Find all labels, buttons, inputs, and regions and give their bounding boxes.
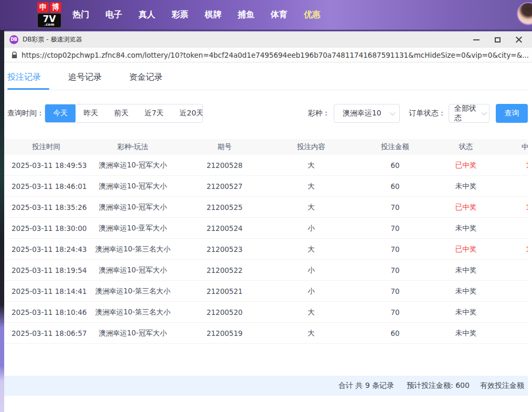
cell-time: 2025-03-11 18:49:53 <box>4 161 88 170</box>
cell-status: 未中奖 <box>440 329 492 338</box>
cell-issue: 21200524 <box>177 224 272 233</box>
time-option-1[interactable]: 今天 <box>45 104 76 123</box>
cell-time: 2025-03-11 18:06:57 <box>4 329 88 337</box>
table-row[interactable]: 2025-03-11 18:46:01澳洲幸运10-冠军大小21200527大6… <box>4 176 528 197</box>
search-button[interactable]: 查询 <box>496 104 528 123</box>
bet-records-table: 投注时间彩种-玩法期号投注内容投注金额状态中奖金额 2025-03-11 18:… <box>4 139 528 344</box>
status-filter-label: 订单状态 : <box>409 109 443 118</box>
cell-content: 大 <box>272 182 350 191</box>
app-icon: DB <box>9 35 18 44</box>
cell-time: 2025-03-11 18:46:01 <box>4 182 88 191</box>
top-nav: 热门电子真人彩票棋牌捕鱼体育优惠 <box>72 9 321 20</box>
cell-content: 小 <box>272 287 350 296</box>
table-row[interactable]: 2025-03-11 18:30:00澳洲幸运10-亚军大小21200524小7… <box>4 218 528 239</box>
time-option-3[interactable]: 前天 <box>106 104 136 123</box>
cell-game: 澳洲幸运10-冠军大小 <box>88 161 177 170</box>
column-header-3: 期号 <box>177 142 272 152</box>
table-body: 2025-03-11 18:49:53澳洲幸运10-冠军大小21200528大6… <box>4 155 528 344</box>
nav-item-2[interactable]: 电子 <box>105 9 122 20</box>
window-titlebar[interactable]: DB DB彩票 - 极速浏览器 <box>4 31 532 48</box>
cell-time: 2025-03-11 18:35:26 <box>4 203 88 212</box>
user-avatar[interactable] <box>517 2 532 25</box>
cell-content: 小 <box>272 224 350 233</box>
time-option-4[interactable]: 近7天 <box>136 104 172 123</box>
time-option-2[interactable]: 昨天 <box>76 104 106 123</box>
cell-time: 2025-03-11 18:10:46 <box>4 308 88 316</box>
logo-7v-text: 7V <box>38 15 61 24</box>
close-button[interactable] <box>508 31 529 48</box>
nav-item-3[interactable]: 真人 <box>139 9 155 20</box>
cell-amount: 70 <box>350 245 440 253</box>
cell-content: 大 <box>272 308 350 317</box>
chevron-down-icon <box>481 110 487 115</box>
filter-bar: 查询时间 : 今天昨天前天近7天近20天(低频) 彩种 : 澳洲幸运10 订单状… <box>4 104 528 123</box>
cell-issue: 21200523 <box>177 245 272 253</box>
cell-amount: 60 <box>350 161 440 170</box>
tab-3[interactable]: 资金记录 <box>129 65 187 90</box>
cell-amount: 70 <box>350 203 440 212</box>
url-text[interactable]: https://ctop02pchwp1.zfnc84.com/lottery/… <box>22 51 529 59</box>
maximize-button[interactable] <box>487 31 508 48</box>
close-icon <box>515 36 522 43</box>
summary-row: 合计 共 9 条记录 预计投注金额: 600 有效投注金额 <box>4 376 528 396</box>
column-header-6: 状态 <box>440 142 492 152</box>
cell-game: 澳洲幸运10-冠军大小 <box>88 329 177 338</box>
cell-content: 大 <box>272 329 350 338</box>
table-row[interactable]: 2025-03-11 18:35:26澳洲幸运10-冠军大小21200525大7… <box>4 197 528 218</box>
cell-issue: 21200528 <box>177 161 272 170</box>
site-logo[interactable]: 申 博 7V .com <box>36 2 63 28</box>
minimize-icon <box>473 39 480 40</box>
record-tabs: 投注记录追号记录资金记录 <box>4 65 528 90</box>
cell-time: 2025-03-11 18:24:43 <box>4 245 88 253</box>
cell-time: 2025-03-11 18:19:54 <box>4 266 88 274</box>
column-header-1: 投注时间 <box>4 142 88 152</box>
cell-content: 大 <box>272 203 350 212</box>
time-option-5[interactable]: 近20天(低频) <box>172 104 203 123</box>
address-bar[interactable]: https://ctop02pchwp1.zfnc84.com/lottery/… <box>4 48 532 62</box>
order-status-select[interactable]: 全部状态 <box>449 104 490 123</box>
cell-win: 1 <box>492 203 528 212</box>
cell-status: 未中奖 <box>440 182 492 191</box>
cell-time: 2025-03-11 18:14:41 <box>4 287 88 295</box>
cell-status: 已中奖 <box>440 245 492 254</box>
cell-status: 未中奖 <box>440 308 492 317</box>
lottery-select[interactable]: 澳洲幸运10 <box>334 104 400 123</box>
page-content: 投注记录追号记录资金记录 查询时间 : 今天昨天前天近7天近20天(低频) 彩种… <box>4 62 532 412</box>
cell-issue: 21200521 <box>177 287 272 295</box>
status-select-value: 全部状态 <box>454 104 482 123</box>
tab-2[interactable]: 追号记录 <box>68 65 126 90</box>
cell-amount: 70 <box>350 287 440 295</box>
table-row[interactable]: 2025-03-11 18:06:57澳洲幸运10-冠军大小21200519大6… <box>4 323 528 344</box>
cell-content: 大 <box>272 161 350 170</box>
nav-item-1[interactable]: 热门 <box>72 9 89 20</box>
cell-time: 2025-03-11 18:30:00 <box>4 224 88 233</box>
nav-item-8[interactable]: 优惠 <box>304 9 321 20</box>
column-header-5: 投注金额 <box>350 142 440 152</box>
time-filter-label: 查询时间 : <box>7 109 41 118</box>
cell-win: 1 <box>492 161 528 170</box>
table-row[interactable]: 2025-03-11 18:49:53澳洲幸运10-冠军大小21200528大6… <box>4 155 528 176</box>
lock-icon <box>12 51 17 59</box>
column-header-4: 投注内容 <box>272 142 350 152</box>
table-row[interactable]: 2025-03-11 18:14:41澳洲幸运10-第三名大小21200521小… <box>4 281 528 302</box>
cell-content: 大 <box>272 245 350 254</box>
lottery-filter-label: 彩种 : <box>308 109 327 118</box>
nav-item-4[interactable]: 彩票 <box>172 9 188 20</box>
table-header-row: 投注时间彩种-玩法期号投注内容投注金额状态中奖金额 <box>4 139 528 155</box>
cell-amount: 70 <box>350 224 440 233</box>
cell-game: 澳洲幸运10-冠军大小 <box>88 182 177 191</box>
table-row[interactable]: 2025-03-11 18:19:54澳洲幸运10-冠军大小21200522小7… <box>4 260 528 281</box>
minimize-button[interactable] <box>466 31 487 48</box>
cell-status: 未中奖 <box>440 287 492 296</box>
site-topbar: 申 博 7V .com 热门电子真人彩票棋牌捕鱼体育优惠 <box>0 0 532 30</box>
nav-item-5[interactable]: 棋牌 <box>205 9 221 20</box>
tab-1[interactable]: 投注记录 <box>7 65 65 90</box>
table-row[interactable]: 2025-03-11 18:10:46澳洲幸运10-第三名大小21200520大… <box>4 302 528 323</box>
cell-game: 澳洲幸运10-冠军大小 <box>88 203 177 212</box>
summary-expected-amount: 预计投注金额: 600 <box>407 376 470 396</box>
cell-issue: 21200522 <box>177 266 272 274</box>
lottery-select-value: 澳洲幸运10 <box>343 109 381 118</box>
table-row[interactable]: 2025-03-11 18:24:43澳洲幸运10-第三名大小21200523大… <box>4 239 528 260</box>
nav-item-6[interactable]: 捕鱼 <box>238 9 254 20</box>
nav-item-7[interactable]: 体育 <box>271 9 288 20</box>
